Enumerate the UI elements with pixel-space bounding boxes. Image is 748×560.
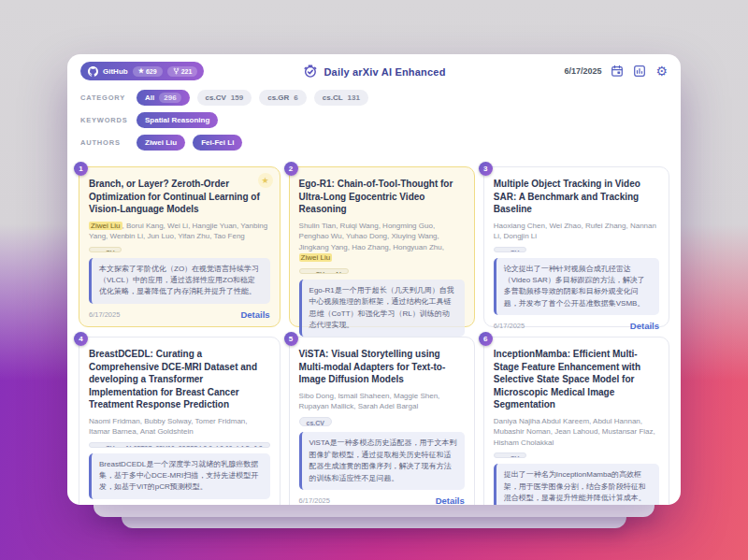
pill-label: All (145, 93, 154, 102)
paper-title[interactable]: Ego-R1: Chain-of-Tool-Thought for Ultra-… (299, 178, 465, 216)
github-icon (88, 66, 98, 77)
details-link[interactable]: Details (436, 495, 465, 505)
paper-summary: Ego-R1是一个用于超长（几天到几周）自我中心视频推理的新框架，通过结构化工具… (299, 280, 465, 337)
paper-title[interactable]: InceptionMamba: Efficient Multi-Stage Fe… (494, 348, 659, 411)
paper-title[interactable]: Multiple Object Tracking in Video SAR: A… (494, 178, 659, 216)
authors-filter-row: AUTHORS Ziwei Liu Fei-Fei Li (80, 135, 668, 151)
paper-title[interactable]: BreastDCEDL: Curating a Comprehensive DC… (89, 348, 270, 411)
paper-card-1: 1 ★ Branch, or Layer? Zeroth-Order Optim… (79, 166, 280, 327)
card-number-badge: 2 (284, 162, 298, 176)
pill-label: Ziwei Liu (145, 138, 177, 147)
pill-count: 131 (348, 93, 360, 102)
favorite-star-icon[interactable]: ★ (258, 173, 273, 188)
keyword-pill-spatial-reasoning[interactable]: Spatial Reasoning (137, 112, 218, 128)
details-link[interactable]: Details (240, 309, 269, 320)
date-display: 6/17/2025 (564, 66, 601, 76)
details-link[interactable]: Details (630, 321, 659, 331)
paper-summary: 提出了一种名为InceptionMamba的高效框架，用于医学图像分割，结合多阶… (494, 464, 659, 505)
paper-date: 6/17/2025 (494, 322, 525, 330)
authors-before: Haoxiang Chen, Wei Zhao, Rufei Zhang, Na… (494, 222, 656, 241)
settings-gear-icon[interactable]: ⚙ (655, 65, 668, 78)
pill-label: Fei-Fei Li (201, 138, 234, 147)
fork-icon (173, 67, 180, 75)
pill-count: 159 (231, 93, 243, 102)
header: GitHub ★ 629 221 Daily arXiv AI Enhanced… (67, 54, 681, 88)
card-number-badge: 1 (74, 162, 88, 176)
category-pill-csgr[interactable]: cs.GR 6 (259, 90, 307, 106)
paper-summary: 论文提出了一种针对视频合成孔径雷达（Video SAR）多目标跟踪的方法，解决了… (494, 258, 659, 316)
paper-date: 6/17/2025 (89, 310, 120, 319)
stars-count: 629 (146, 68, 157, 75)
paper-card-2: 2 Ego-R1: Chain-of-Tool-Thought for Ultr… (289, 166, 475, 327)
paper-title[interactable]: Branch, or Layer? Zeroth-Order Optimizat… (89, 178, 270, 216)
category-tag: cs.CV (494, 452, 526, 458)
category-label: CATEGORY (80, 93, 129, 102)
filters: CATEGORY All 296 cs.CV 159 cs.GR 6 cs.CL… (67, 88, 681, 163)
star-icon: ★ (138, 67, 144, 75)
authors-before: Naomi Fridman, Bubby Solway, Tomer Fridm… (89, 417, 248, 437)
paper-card-3: 3 Multiple Object Tracking in Video SAR:… (483, 166, 669, 327)
category-tag: cs.CV,cs.AI (299, 268, 350, 274)
paper-authors: Daniya Najiha Abdul Kareem, Abdul Hannan… (494, 416, 659, 449)
paper-card-4: 4 BreastDCEDL: Curating a Comprehensive … (79, 337, 280, 505)
pill-label: cs.GR (267, 93, 289, 102)
keywords-label: KEYWORDS (80, 116, 129, 124)
category-pill-cscv[interactable]: cs.CV 159 (197, 90, 252, 106)
paper-summary: BreastDCEDL是一个深度学习就绪的乳腺癌数据集，基于多中心DCE-MRI… (89, 453, 270, 499)
paper-card-5: 5 ViSTA: Visual Storytelling using Multi… (289, 337, 475, 505)
category-tag: cs.CV (89, 247, 122, 252)
card-footer: 6/17/2025 Details (494, 315, 659, 331)
authors-before: Sibo Dong, Ismail Shaheen, Maggie Shen, … (299, 392, 440, 411)
author-pill-ziwei-liu[interactable]: Ziwei Liu (137, 135, 185, 151)
app-title-text: Daily arXiv AI Enhanced (324, 65, 445, 77)
paper-authors: Naomi Fridman, Bubby Solway, Tomer Fridm… (89, 416, 270, 438)
github-label: GitHub (103, 67, 128, 76)
paper-title[interactable]: ViSTA: Visual Storytelling using Multi-m… (299, 348, 465, 386)
category-tag: cs.CV (299, 417, 332, 427)
authors-before: Daniya Najiha Abdul Kareem, Abdul Hannan… (494, 417, 655, 447)
category-filter-row: CATEGORY All 296 cs.CV 159 cs.GR 6 cs.CL… (80, 90, 668, 106)
paper-authors: Haoxiang Chen, Wei Zhao, Rufei Zhang, Na… (494, 221, 659, 242)
highlighted-author: Ziwei Liu (89, 222, 122, 230)
category-tag: cs.CV (494, 247, 526, 252)
card-footer: 6/17/2025 Details (299, 490, 465, 505)
authors-label: AUTHORS (80, 138, 129, 147)
github-button[interactable]: GitHub ★ 629 221 (80, 62, 204, 80)
card-footer: 6/17/2025 Details (89, 304, 270, 320)
category-pill-all[interactable]: All 296 (137, 90, 190, 106)
pill-count: 296 (159, 93, 180, 103)
paper-authors: Ziwei Liu, Borui Kang, Wei Li, Hangjie Y… (89, 221, 270, 242)
calendar-button[interactable] (611, 65, 624, 78)
stopwatch-logo-icon (302, 64, 318, 79)
papers-grid: 1 ★ Branch, or Layer? Zeroth-Order Optim… (67, 163, 681, 505)
authors-before: Shulin Tian, Ruiqi Wang, Hongming Guo, P… (299, 222, 444, 251)
keywords-filter-row: KEYWORDS Spatial Reasoning (80, 112, 668, 128)
main-panel: GitHub ★ 629 221 Daily arXiv AI Enhanced… (67, 54, 681, 505)
pill-count: 6 (294, 93, 297, 102)
paper-authors: Sibo Dong, Ismail Shaheen, Maggie Shen, … (299, 391, 465, 412)
card-number-badge: 6 (479, 332, 493, 346)
github-forks-chip: 221 (167, 66, 198, 77)
pill-label: cs.CV (206, 93, 226, 102)
forks-count: 221 (181, 68, 193, 75)
paper-date: 6/17/2025 (299, 496, 330, 505)
header-actions: 6/17/2025 ⚙ (564, 65, 668, 78)
card-number-badge: 4 (74, 332, 88, 346)
stats-button[interactable] (633, 65, 646, 78)
github-stars-chip: ★ 629 (133, 66, 163, 77)
paper-authors: Shulin Tian, Ruiqi Wang, Hongming Guo, P… (299, 221, 465, 264)
pill-label: Spatial Reasoning (145, 116, 209, 124)
card-footer: 6/16/2025 Details (89, 499, 270, 505)
card-number-badge: 5 (284, 332, 298, 346)
highlighted-author: Ziwei Liu (299, 253, 333, 262)
category-tag: cs.CV,cs.AI,68T07, 68U10, 92C55,I.2.6; I… (89, 442, 270, 448)
paper-summary: ViSTA是一种多模态历史适配器，用于文本到图像扩散模型，通过提取相关历史特征和… (299, 432, 465, 490)
paper-summary: 本文探索了零阶优化（ZO）在视觉语言持续学习（VLCL）中的应用，通过选择性应用… (89, 258, 270, 304)
app-title: Daily arXiv AI Enhanced (302, 64, 445, 79)
author-pill-fei-fei-li[interactable]: Fei-Fei Li (193, 135, 242, 151)
paper-card-6: 6 InceptionMamba: Efficient Multi-Stage … (483, 337, 669, 505)
card-number-badge: 3 (479, 162, 493, 176)
pill-label: cs.CL (323, 93, 343, 102)
category-pill-cscl[interactable]: cs.CL 131 (314, 90, 368, 106)
